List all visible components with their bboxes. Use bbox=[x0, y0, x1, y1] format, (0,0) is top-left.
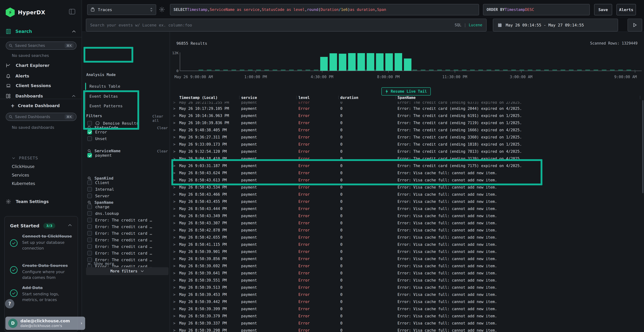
sidebar-item-client-sessions[interactable]: Client Sessions bbox=[6, 83, 51, 88]
filter-option-charge[interactable]: charge bbox=[87, 204, 109, 209]
user-menu[interactable]: D dale@clickhouse.com dale@clickhouse.co… bbox=[5, 316, 85, 330]
checkbox-checked[interactable] bbox=[87, 153, 92, 158]
histogram-bar[interactable] bbox=[330, 53, 337, 71]
col-duration[interactable]: duration bbox=[340, 96, 358, 100]
checkbox-unchecked[interactable] bbox=[87, 194, 92, 198]
row-expander-icon[interactable]: > bbox=[173, 328, 176, 332]
table-row[interactable]: >May 26 8:50:43.534 PMpaymentError0Error… bbox=[170, 184, 644, 191]
histogram-bar[interactable] bbox=[339, 54, 346, 71]
row-expander-icon[interactable]: > bbox=[173, 106, 176, 111]
row-expander-icon[interactable]: > bbox=[173, 321, 176, 326]
table-row[interactable]: >May 26 8:50:39.641 PMpaymentError0Error… bbox=[170, 270, 644, 277]
row-expander-icon[interactable]: > bbox=[173, 221, 176, 225]
row-expander-icon[interactable]: > bbox=[173, 135, 176, 139]
table-row[interactable]: >May 26 10:14:36.963 PMpaymentError0Erro… bbox=[170, 112, 644, 120]
chevron-up-icon[interactable] bbox=[72, 95, 76, 98]
filter-option-error-the-credit-card-[interactable]: Error: The credit card … bbox=[87, 231, 152, 236]
saved-dashboards-input[interactable]: Saved Dashboards ⌘K bbox=[6, 113, 76, 121]
table-row[interactable]: >May 26 8:50:39.856 PMpaymentError0Error… bbox=[170, 256, 644, 262]
get-started-step-title[interactable]: Add Data bbox=[22, 285, 74, 291]
table-row[interactable]: >May 26 8:50:39.298 PMpaymentError0Error… bbox=[170, 327, 644, 332]
filter-clear-button[interactable]: Clear bbox=[157, 149, 168, 153]
preset-item-clickhouse[interactable]: ClickHouse bbox=[12, 164, 34, 169]
sidebar-item-search[interactable]: Search bbox=[6, 28, 32, 34]
table-row[interactable]: >May 26 8:50:39.513 PMpaymentError0Error… bbox=[170, 284, 644, 291]
filter-option-error-the-credit-card-[interactable]: Error: The credit card … bbox=[87, 238, 152, 242]
row-expander-icon[interactable]: > bbox=[173, 128, 176, 132]
row-expander-icon[interactable]: > bbox=[173, 142, 176, 146]
checkbox-unchecked[interactable] bbox=[87, 231, 92, 236]
col-level[interactable]: level bbox=[298, 96, 310, 100]
table-row[interactable]: >May 26 9:33:09.173 PMpaymentError0Error… bbox=[170, 141, 644, 148]
row-expander-icon[interactable]: > bbox=[173, 121, 176, 125]
filter-group-statuscode[interactable]: StatusCode bbox=[87, 126, 118, 130]
table-row[interactable]: >May 26 10:17:29.105 PMpaymentError0Erro… bbox=[170, 105, 644, 112]
row-expander-icon[interactable]: > bbox=[173, 278, 176, 282]
checkbox-unchecked[interactable] bbox=[87, 180, 92, 185]
histogram-bar[interactable] bbox=[395, 53, 402, 71]
chevron-up-icon[interactable] bbox=[68, 224, 72, 227]
table-row[interactable]: >May 26 8:50:39.442 PMpaymentError0Error… bbox=[170, 298, 644, 306]
row-expander-icon[interactable]: > bbox=[173, 149, 176, 154]
analysis-mode-results-table[interactable]: Results Table bbox=[90, 84, 120, 88]
filter-option-internal[interactable]: Internal bbox=[87, 187, 114, 192]
table-row[interactable]: >May 26 8:50:43.307 PMpaymentError0Error… bbox=[170, 220, 644, 227]
row-expander-icon[interactable]: > bbox=[173, 292, 176, 297]
show-more-button[interactable]: Show more bbox=[87, 262, 114, 266]
lang-lucene-toggle[interactable]: Lucene bbox=[469, 23, 482, 27]
histogram-bar[interactable] bbox=[367, 53, 374, 71]
row-expander-icon[interactable]: > bbox=[173, 314, 176, 318]
filter-group-spankind[interactable]: SpanKind bbox=[87, 176, 114, 180]
source-select[interactable]: Traces bbox=[87, 4, 156, 15]
sql-orderby-input[interactable]: ORDER BY Timestamp DESC bbox=[483, 4, 590, 16]
row-expander-icon[interactable]: > bbox=[173, 285, 176, 290]
table-row[interactable]: >May 26 8:50:39.337 PMpaymentError0Error… bbox=[170, 320, 644, 327]
sidebar-collapse-icon[interactable] bbox=[69, 9, 75, 14]
filter-option-error-the-credit-card-[interactable]: Error: The credit card … bbox=[87, 251, 152, 256]
table-row[interactable]: >May 26 8:50:43.613 PMpaymentError0Error… bbox=[170, 177, 644, 184]
col-spanname[interactable]: SpanName bbox=[398, 96, 416, 100]
row-expander-icon[interactable]: > bbox=[173, 250, 176, 254]
sidebar-item-team-settings[interactable]: Team Settings bbox=[6, 199, 49, 204]
col-service[interactable]: service bbox=[241, 96, 257, 100]
help-button[interactable]: ? bbox=[5, 299, 14, 308]
histogram-bar[interactable] bbox=[358, 53, 365, 71]
checkbox-unchecked[interactable] bbox=[87, 224, 92, 229]
sidebar-item-chart-explorer[interactable]: Chart Explorer bbox=[6, 63, 49, 68]
histogram-bar[interactable] bbox=[404, 58, 412, 71]
table-row[interactable]: >May 26 8:50:39.379 PMpaymentError0Error… bbox=[170, 313, 644, 320]
row-expander-icon[interactable]: > bbox=[173, 214, 176, 218]
save-button[interactable]: Save bbox=[594, 4, 612, 16]
row-expander-icon[interactable]: > bbox=[173, 156, 176, 161]
histogram-bar[interactable] bbox=[320, 57, 328, 71]
analysis-mode-event-deltas[interactable]: Event Deltas bbox=[90, 94, 118, 98]
row-expander-icon[interactable]: > bbox=[173, 300, 176, 304]
filter-option-error[interactable]: Error bbox=[87, 130, 107, 134]
checkbox-checked[interactable] bbox=[87, 130, 92, 134]
row-expander-icon[interactable]: > bbox=[173, 192, 176, 196]
table-row[interactable]: >May 26 8:50:42.655 PMpaymentError0Error… bbox=[170, 234, 644, 241]
row-expander-icon[interactable]: > bbox=[173, 178, 176, 182]
checkbox-unchecked[interactable] bbox=[87, 121, 92, 126]
row-expander-icon[interactable]: > bbox=[173, 235, 176, 240]
table-row[interactable]: >May 26 8:50:39.692 PMpaymentError0Error… bbox=[170, 262, 644, 270]
table-row[interactable]: >May 26 8:50:43.444 PMpaymentError0Error… bbox=[170, 205, 644, 212]
alerts-button[interactable]: Alerts bbox=[616, 4, 636, 16]
table-row[interactable]: >May 26 8:50:43.349 PMpaymentError0Error… bbox=[170, 212, 644, 220]
table-row[interactable]: >May 26 8:50:39.453 PMpaymentError0Error… bbox=[170, 291, 644, 298]
filter-option-client[interactable]: Client bbox=[87, 180, 109, 185]
histogram-bar[interactable] bbox=[376, 53, 384, 71]
filter-option-error-the-credit-card-[interactable]: Error: The credit card … bbox=[87, 224, 152, 229]
row-expander-icon[interactable]: > bbox=[173, 206, 176, 211]
table-row[interactable]: >May 26 8:50:43.466 PMpaymentError0Error… bbox=[170, 191, 644, 198]
scrollbar-thumb[interactable] bbox=[642, 100, 644, 193]
row-expander-icon[interactable]: > bbox=[173, 164, 176, 168]
filter-option-error-the-credit-card-[interactable]: Error: The credit card … bbox=[87, 218, 152, 222]
preset-item-kubernetes[interactable]: Kubernetes bbox=[12, 181, 35, 186]
analysis-mode-event-patterns[interactable]: Event Patterns bbox=[90, 104, 122, 108]
table-row[interactable]: >May 26 8:50:43.624 PMpaymentError0Error… bbox=[170, 170, 644, 177]
source-settings-button[interactable] bbox=[159, 6, 165, 12]
table-row[interactable]: >May 26 8:50:43.455 PMpaymentError0Error… bbox=[170, 198, 644, 205]
sql-select-input[interactable]: SELECT Timestamp, ServiceName as service… bbox=[170, 4, 479, 16]
sidebar-item-dashboards[interactable]: Dashboards bbox=[6, 94, 43, 98]
